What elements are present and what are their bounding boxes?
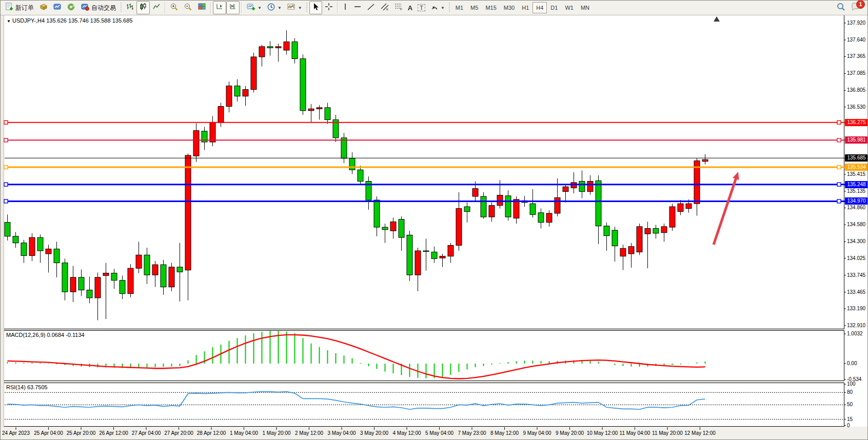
arrows-tool[interactable]: ▼: [428, 1, 447, 14]
zoom-in-icon: [170, 3, 179, 13]
arrows-caret: ▼: [441, 6, 445, 10]
time-label: 8 May 12:00: [490, 430, 519, 436]
auto-trading-button[interactable]: 自动交易: [78, 1, 119, 15]
macd-tick-label: 0.00: [847, 361, 857, 366]
time-label: 1 May 20:00: [262, 430, 290, 436]
time-label: 11 May 04:00: [620, 430, 650, 436]
new-order-icon: [5, 3, 14, 13]
new-chart-caret: ▼: [258, 6, 262, 10]
text-tool[interactable]: A: [405, 3, 415, 13]
rsi-tick-label: 100: [847, 381, 856, 387]
time-label: 5 May 04:00: [425, 430, 453, 436]
window-left-edge: [1, 15, 4, 440]
periods-caret: ▼: [278, 6, 282, 10]
periods-button[interactable]: ▼: [264, 1, 284, 15]
arrows-icon: [430, 3, 439, 13]
line-chart-button[interactable]: [150, 1, 163, 14]
rsi-tick-label: 15: [847, 416, 853, 422]
notification-badge: 1: [856, 0, 865, 9]
timeframe-w1[interactable]: W1: [561, 2, 577, 13]
auto-trading-label: 自动交易: [91, 4, 116, 12]
price-tick-label: 137.085: [847, 70, 865, 76]
mt4-terminal: 新订单 自动交易: [0, 0, 868, 440]
new-chart-button[interactable]: ▼: [244, 1, 264, 15]
horizontal-line-tool[interactable]: [351, 2, 364, 14]
price-tick-label: 135.135: [847, 188, 865, 194]
time-label: 2 May 12:00: [295, 430, 323, 436]
auto-trading-icon: [81, 3, 90, 13]
trendline-tool[interactable]: [364, 2, 378, 14]
time-label: 11 May 20:00: [652, 430, 683, 436]
tile-windows-button[interactable]: [195, 1, 209, 15]
notifications-button[interactable]: 1: [848, 1, 863, 15]
timeframe-d1[interactable]: D1: [547, 2, 561, 13]
crosshair-tool-button[interactable]: [322, 1, 336, 14]
timeframe-group: M1M5M15M30H1H4D1W1MN: [452, 1, 593, 14]
fibonacci-icon: F: [394, 3, 403, 13]
zoom-in-button[interactable]: [167, 1, 181, 15]
timeframe-m1[interactable]: M1: [452, 2, 467, 13]
search-icon: [836, 2, 845, 13]
indicators-button[interactable]: ▼: [284, 1, 305, 15]
price-tick-label: 134.300: [847, 238, 865, 244]
time-label: 24 Apr 2023: [2, 430, 30, 436]
timeframe-m5[interactable]: M5: [467, 2, 482, 13]
new-order-button[interactable]: 新订单: [3, 1, 36, 15]
zoom-out-icon: [184, 3, 192, 13]
time-label: 1 May 04:00: [230, 430, 258, 436]
chart-window-button[interactable]: [50, 1, 64, 15]
rsi-tick-label: 0: [847, 423, 850, 428]
collapse-arrow-icon[interactable]: ▼: [7, 19, 11, 24]
clock-icon: [267, 3, 275, 13]
time-label: 25 Apr 20:00: [67, 430, 96, 436]
chart-title: ▼ USDJPY-,H4 135.626 135.746 135.588 135…: [7, 17, 132, 24]
vertical-line-icon: [342, 3, 348, 13]
cube-button[interactable]: [36, 1, 50, 15]
bar-chart-button[interactable]: [123, 1, 136, 14]
time-label: 27 Apr 20:00: [164, 430, 193, 436]
indicators-icon: [287, 3, 296, 13]
rsi-tick-label: 50: [847, 402, 853, 407]
candlestick-chart-button[interactable]: [136, 1, 150, 14]
channel-icon: E: [380, 3, 389, 13]
crosshair-icon: [325, 3, 333, 13]
rsi-pane[interactable]: [4, 383, 844, 427]
price-tick-label: 136.530: [847, 104, 865, 110]
new-order-label: 新订单: [15, 4, 34, 12]
label-icon: T: [418, 4, 425, 11]
time-label: 7 May 23:00: [458, 430, 486, 436]
text-icon: A: [408, 4, 412, 12]
bar-chart-icon: [126, 3, 134, 13]
timeframe-m15[interactable]: M15: [482, 2, 500, 13]
label-tool[interactable]: T: [415, 3, 428, 13]
price-tick-label: 133.745: [847, 272, 865, 278]
zoom-out-button[interactable]: [181, 1, 195, 15]
timeframe-h1[interactable]: H1: [518, 2, 532, 13]
price-tick-label: 134.580: [847, 222, 865, 227]
main-chart-pane[interactable]: [4, 15, 844, 329]
time-label: 25 Apr 04:00: [34, 430, 63, 436]
macd-label: MACD(12,26,9) 0.0684 -0.1134: [6, 332, 85, 338]
chart-window-icon: [53, 3, 62, 13]
cube-icon: [39, 3, 48, 13]
price-tick-label: 133.465: [847, 289, 865, 295]
step-forward-button[interactable]: [226, 1, 240, 14]
search-button[interactable]: [834, 1, 848, 15]
svg-text:F: F: [400, 8, 402, 11]
time-label: 10 May 12:00: [587, 430, 618, 436]
vertical-line-tool[interactable]: [340, 1, 351, 14]
step-forward-icon: [229, 3, 237, 13]
timeframe-mn[interactable]: MN: [577, 2, 593, 13]
macd-pane[interactable]: [4, 330, 844, 381]
price-tick-label: 136.805: [847, 87, 865, 93]
signals-icon: [67, 3, 75, 13]
cursor-icon: [312, 3, 320, 13]
timeframe-h4[interactable]: H4: [532, 2, 547, 13]
equidistant-channel-tool[interactable]: E: [378, 1, 391, 14]
fibonacci-tool[interactable]: F: [391, 1, 405, 14]
arrange-charts-button[interactable]: [213, 1, 226, 14]
signals-button[interactable]: [64, 1, 78, 15]
cursor-tool-button[interactable]: [309, 1, 322, 14]
price-badge: 134.970: [845, 197, 868, 205]
timeframe-m30[interactable]: M30: [500, 2, 518, 13]
